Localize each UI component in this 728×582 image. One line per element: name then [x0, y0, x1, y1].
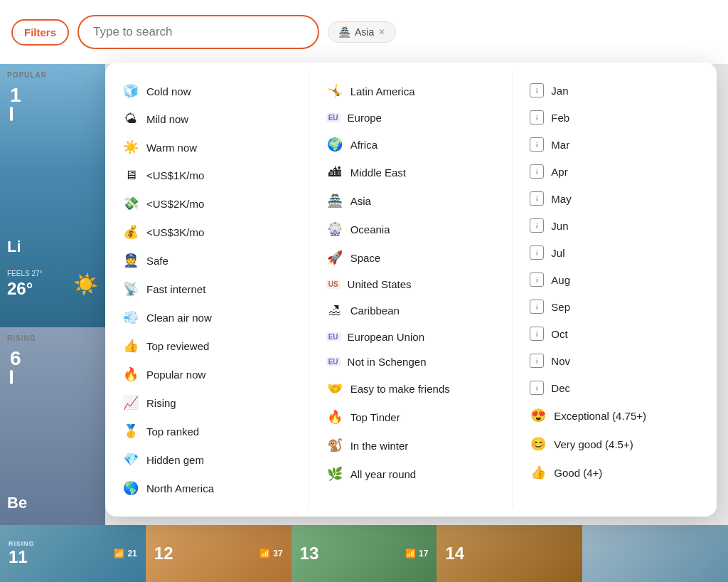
- bottom-num-3: 13: [300, 544, 319, 564]
- filter-feb[interactable]: i Feb: [513, 104, 717, 131]
- middle-east-icon: 🏙: [326, 165, 343, 180]
- budget3k-label: <US$3K/mo: [146, 226, 204, 238]
- filter-rising[interactable]: 📈 Rising: [105, 388, 309, 417]
- wifi-icon-1: 📶: [114, 549, 124, 559]
- belgrade-name: Be: [7, 494, 98, 512]
- filter-latin-america[interactable]: 🤸 Latin America: [309, 77, 513, 105]
- lisbon-number: 1: [10, 85, 21, 105]
- sun-icon: ☀️: [73, 273, 98, 296]
- filters-button[interactable]: Filters: [11, 19, 69, 46]
- good-icon: 👍: [530, 465, 547, 480]
- caribbean-label: Caribbean: [350, 305, 400, 317]
- calendar-icon: i: [530, 110, 544, 125]
- calendar-icon: i: [530, 327, 544, 341]
- filter-all-year[interactable]: 🌿 All year round: [309, 460, 513, 488]
- filter-europe[interactable]: EU Europe: [309, 105, 513, 130]
- filter-sep[interactable]: i Sep: [513, 293, 717, 320]
- mild-icon: 🌤: [122, 112, 139, 127]
- eu-badge-schengen: EU: [326, 357, 341, 366]
- lisbon-divider: [10, 107, 13, 121]
- filter-united-states[interactable]: US United States: [309, 272, 513, 297]
- cold-icon: 🧊: [122, 83, 139, 99]
- very-good-label: Very good (4.5+): [554, 438, 633, 450]
- filter-budget-1k[interactable]: 🖥 <US$1K/mo: [105, 162, 309, 189]
- filter-top-ranked[interactable]: 🥇 Top ranked: [105, 417, 309, 445]
- filter-mild-now[interactable]: 🌤 Mild now: [105, 105, 309, 133]
- sep-label: Sep: [551, 301, 570, 313]
- filter-nov[interactable]: i Nov: [513, 347, 717, 374]
- budget1k-icon: 🖥: [122, 168, 139, 183]
- warm-label: Warm now: [146, 142, 197, 154]
- budget1k-label: <US$1K/mo: [146, 169, 204, 181]
- filter-easy-friends[interactable]: 🤝 Easy to make friends: [309, 374, 513, 403]
- filter-middle-east[interactable]: 🏙 Middle East: [309, 159, 513, 186]
- bottom-rising-1: RISING: [9, 540, 34, 547]
- filter-cold-now[interactable]: 🧊 Cold now: [105, 77, 309, 105]
- filter-caribbean[interactable]: 🏖 Caribbean: [309, 297, 513, 324]
- filter-budget-3k[interactable]: 💰 <US$3K/mo: [105, 218, 309, 246]
- bottom-card-3[interactable]: 13 📶 17: [291, 525, 437, 582]
- close-icon: ✕: [378, 27, 385, 37]
- bottom-card-1[interactable]: RISING 11 📶 21: [0, 525, 146, 582]
- bottom-card-5[interactable]: [582, 525, 728, 582]
- latin-america-icon: 🤸: [326, 83, 343, 99]
- filter-mar[interactable]: i Mar: [513, 131, 717, 158]
- filter-budget-2k[interactable]: 💸 <US$2K/mo: [105, 189, 309, 218]
- filter-oceania[interactable]: 🎡 Oceania: [309, 215, 513, 243]
- apr-label: Apr: [551, 166, 567, 178]
- filter-top-tinder[interactable]: 🔥 Top Tinder: [309, 403, 513, 431]
- filter-safe[interactable]: 👮 Safe: [105, 246, 309, 275]
- filter-popular-now[interactable]: 🔥 Popular now: [105, 360, 309, 388]
- bottom-card-2[interactable]: 12 📶 37: [146, 525, 291, 582]
- filter-jun[interactable]: i Jun: [513, 212, 717, 239]
- tinder-label: Top Tinder: [350, 411, 400, 423]
- filter-aug[interactable]: i Aug: [513, 266, 717, 293]
- ranked-label: Top ranked: [146, 425, 199, 438]
- filter-very-good[interactable]: 😊 Very good (4.5+): [513, 430, 717, 458]
- asia-filter-tag[interactable]: 🏯 Asia ✕: [328, 21, 396, 43]
- very-good-icon: 😊: [530, 436, 547, 452]
- filter-in-winter[interactable]: 🐒 In the winter: [309, 431, 513, 460]
- warm-icon: ☀️: [122, 139, 139, 155]
- filter-space[interactable]: 🚀 Space: [309, 243, 513, 272]
- gem-label: Hidden gem: [146, 454, 204, 466]
- space-label: Space: [350, 252, 381, 264]
- popular-badge: POPULAR: [7, 71, 47, 79]
- wifi-2: 📶 37: [259, 549, 282, 559]
- popular-label: Popular now: [146, 369, 205, 381]
- nov-label: Nov: [551, 355, 570, 367]
- filter-exceptional[interactable]: 😍 Exceptional (4.75+): [513, 401, 717, 430]
- north-america-label: North America: [146, 482, 214, 494]
- search-input[interactable]: [77, 15, 319, 49]
- filter-apr[interactable]: i Apr: [513, 158, 717, 185]
- belgrade-info: Be: [7, 494, 98, 512]
- filter-africa[interactable]: 🌍 Africa: [309, 130, 513, 159]
- budget2k-label: <US$2K/mo: [146, 198, 204, 210]
- filter-jan[interactable]: i Jan: [513, 77, 717, 104]
- filter-good[interactable]: 👍 Good (4+): [513, 458, 717, 487]
- filter-dec[interactable]: i Dec: [513, 374, 717, 401]
- dropdown-grid: 🧊 Cold now 🌤 Mild now ☀️ Warm now 🖥 <US$…: [105, 71, 717, 508]
- space-icon: 🚀: [326, 250, 343, 265]
- bottom-card-4[interactable]: 14: [437, 525, 582, 582]
- oceania-icon: 🎡: [326, 221, 343, 237]
- lisbon-name: Li: [7, 238, 98, 256]
- filter-north-america[interactable]: 🌎 North America: [105, 474, 309, 502]
- filter-warm-now[interactable]: ☀️ Warm now: [105, 133, 309, 162]
- exceptional-icon: 😍: [530, 408, 547, 423]
- filter-oct[interactable]: i Oct: [513, 320, 717, 347]
- filter-may[interactable]: i May: [513, 185, 717, 212]
- top-bar: Filters 🏯 Asia ✕: [0, 0, 728, 64]
- lisbon-info: Li FEELS 27° 26° ☀️: [7, 238, 98, 256]
- filter-fast-internet[interactable]: 📡 Fast internet: [105, 275, 309, 303]
- africa-icon: 🌍: [326, 137, 343, 152]
- filter-top-reviewed[interactable]: 👍 Top reviewed: [105, 332, 309, 360]
- filter-european-union[interactable]: EU European Union: [309, 324, 513, 349]
- filter-asia[interactable]: 🏯 Asia: [309, 186, 513, 215]
- asia-label: Asia: [355, 26, 374, 38]
- filter-jul[interactable]: i Jul: [513, 239, 717, 266]
- filter-hidden-gem[interactable]: 💎 Hidden gem: [105, 445, 309, 474]
- filter-not-schengen[interactable]: EU Not in Schengen: [309, 349, 513, 374]
- filter-clean-air[interactable]: 💨 Clean air now: [105, 303, 309, 332]
- latin-america-label: Latin America: [350, 85, 415, 97]
